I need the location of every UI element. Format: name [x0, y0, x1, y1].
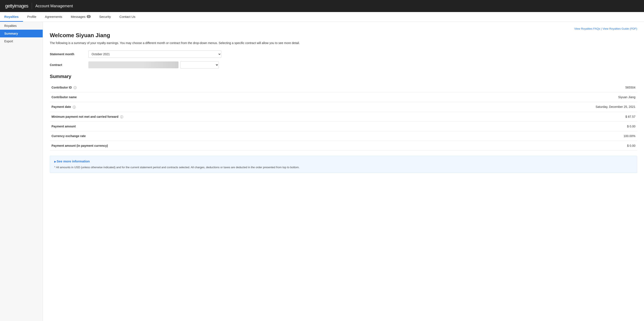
sidebar-item-summary[interactable]: Summary — [0, 30, 43, 37]
logo-bold: getty — [5, 3, 14, 9]
row-label-currency-rate: Currency exchange rate — [50, 131, 373, 141]
table-row: Minimum payment not met and carried forw… — [50, 112, 637, 121]
row-label-payment-date: Payment date i — [50, 102, 373, 112]
statement-month-select[interactable]: October 2021 — [88, 51, 222, 58]
row-label-contributor-id: Contributor ID i — [50, 83, 373, 92]
header-title: Account Management — [36, 4, 73, 8]
row-value-payment-currency: $ 0.00 — [373, 141, 637, 150]
tab-agreements[interactable]: Agreements — [40, 12, 66, 22]
contract-input-area — [88, 61, 222, 69]
logo-light: images — [14, 3, 28, 9]
info-icon-min-payment[interactable]: i — [120, 115, 123, 118]
logo: gettyimages — [5, 3, 28, 9]
row-label-min-payment: Minimum payment not met and carried forw… — [50, 112, 373, 121]
row-value-contributor-name: Siyuan Jiang — [373, 92, 637, 102]
sidebar-item-export[interactable]: Export — [0, 37, 43, 45]
summary-section-title: Summary — [50, 74, 637, 79]
row-value-payment-date: Saturday, December 25, 2021 — [373, 102, 637, 112]
info-icon-contributor-id[interactable]: i — [74, 86, 76, 89]
row-value-currency-rate: 100.00% — [373, 131, 637, 141]
tab-profile[interactable]: Profile — [23, 12, 41, 22]
table-row: Contributor ID i 565504 — [50, 83, 637, 92]
table-row: Payment amount (in payment currency) $ 0… — [50, 141, 637, 150]
info-icon-payment-date[interactable]: i — [73, 106, 76, 109]
row-label-payment-amount: Payment amount — [50, 121, 373, 131]
nav-tabs: Royalties Profile Agreements Messages 0 … — [0, 12, 644, 22]
messages-badge: 0 — [87, 15, 90, 18]
see-more-section: See more information * All amounts in US… — [50, 156, 637, 173]
top-links: View Royalties FAQs | View Royalties Gui… — [50, 27, 637, 30]
contract-select[interactable] — [180, 61, 219, 69]
contract-label: Contract — [50, 63, 88, 67]
sidebar-item-royalties[interactable]: Royalties — [0, 22, 43, 30]
statement-month-row: Statement month October 2021 — [50, 51, 637, 58]
statement-month-label: Statement month — [50, 52, 88, 56]
row-label-payment-currency: Payment amount (in payment currency) — [50, 141, 373, 150]
contract-row: Contract — [50, 61, 637, 69]
header: gettyimages Account Management — [0, 0, 644, 12]
tab-royalties[interactable]: Royalties — [0, 12, 23, 22]
guide-link[interactable]: View Royalties Guide (PDF) — [602, 27, 637, 30]
table-row: Contributor name Siyuan Jiang — [50, 92, 637, 102]
table-row: Payment date i Saturday, December 25, 20… — [50, 102, 637, 112]
contract-blurred-value — [88, 61, 178, 68]
see-more-note: * All amounts in USD (unless otherwise i… — [54, 165, 633, 170]
header-divider — [32, 3, 32, 9]
summary-table: Contributor ID i 565504 Contributor name… — [50, 83, 637, 151]
row-value-contributor-id: 565504 — [373, 83, 637, 92]
table-row: Payment amount $ 0.00 — [50, 121, 637, 131]
welcome-desc: The following is a summary of your royal… — [50, 41, 637, 45]
row-value-payment-amount: $ 0.00 — [373, 121, 637, 131]
faq-link[interactable]: View Royalties FAQs — [574, 27, 600, 30]
tab-messages[interactable]: Messages 0 — [66, 12, 95, 22]
row-label-contributor-name: Contributor name — [50, 92, 373, 102]
layout: Royalties Summary Export View Royalties … — [0, 22, 644, 321]
sidebar: Royalties Summary Export — [0, 22, 43, 321]
welcome-title: Welcome Siyuan Jiang — [50, 32, 637, 39]
see-more-link[interactable]: See more information — [54, 159, 633, 163]
tab-security[interactable]: Security — [95, 12, 115, 22]
tab-contact-us[interactable]: Contact Us — [115, 12, 140, 22]
tab-messages-label: Messages — [71, 15, 86, 19]
row-value-min-payment: $ 87.57 — [373, 112, 637, 121]
main-content: View Royalties FAQs | View Royalties Gui… — [43, 22, 644, 321]
table-row: Currency exchange rate 100.00% — [50, 131, 637, 141]
